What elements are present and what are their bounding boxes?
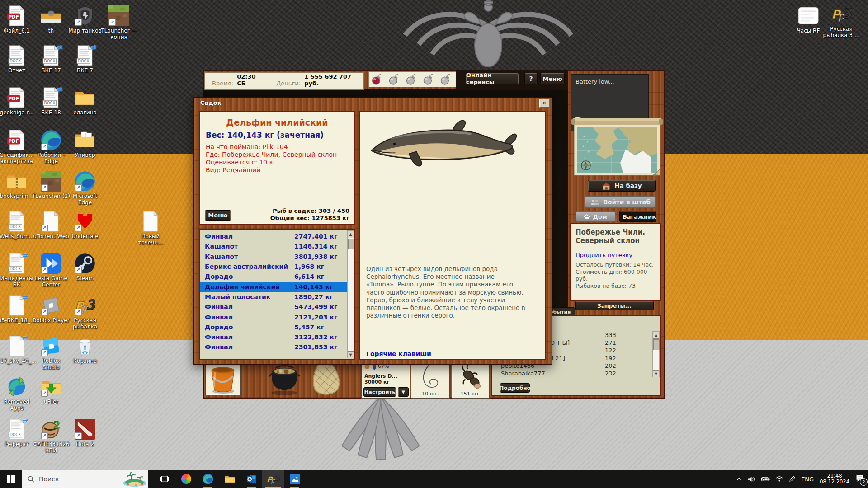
fish-row[interactable]: Берикс австралийский1,968 кг [200,262,348,272]
fish-row[interactable]: Кашалот3801,938 кг [200,252,348,262]
taskbar-russian-fishing[interactable]: P р 3 [262,470,284,488]
fish-row-name: Финвал [205,314,233,321]
search-highlight-image[interactable] [122,471,148,488]
fish-row[interactable]: Дорадо6,614 кг [200,272,348,282]
scroll-up-icon[interactable]: ▲ [348,231,354,238]
start-button[interactable] [0,470,22,488]
desktop-icon[interactable]: ↗Dota 2 [65,419,105,447]
task-view-button[interactable] [154,470,175,488]
desktop-icon[interactable]: ↗Microsoft Edge [65,171,105,206]
file-explorer-icon [224,474,235,483]
desktop-icon[interactable]: Корзина [65,336,105,364]
dialog-menu-button[interactable]: Меню [205,210,231,221]
desktop-icon[interactable]: ↗TLauncher — копия [99,5,139,40]
flag-icon [41,5,61,26]
desktop-icon[interactable]: DOCX⇄БКЕ 7 [65,45,105,74]
svg-text:PDF: PDF [8,138,19,144]
inventory-slot-lure[interactable]: 151 шт. [452,361,490,399]
fish-row-weight: 3122,832 кг [294,333,337,341]
speaker-icon [748,476,755,482]
language-indicator[interactable]: ENG [801,476,814,483]
fish-row[interactable]: Финвал2747,401 кг [200,231,348,241]
location-map[interactable] [571,117,663,177]
hotkeys-link[interactable]: Горячие клавиши [366,350,431,357]
to-base-button[interactable]: На базу [588,180,656,192]
clock[interactable]: 21:48 08.12.2024 [820,473,849,485]
taskbar-photos[interactable] [284,470,306,488]
scroll-thumb[interactable] [348,239,354,249]
fish-row-name: Дельфин чилийский [205,283,280,291]
desktop-icon[interactable]: Новый точечн... [130,211,171,246]
tab-trunk[interactable]: Багажник [619,211,656,222]
rod-info-panel[interactable]: 67% Anglers D... 30000 кг Настроить ▼ [361,361,410,399]
heart-icon: ↗ [75,211,95,232]
rod-dropdown-button[interactable]: ▼ [398,387,409,397]
leader-line-icon [415,363,446,391]
desktop-icon[interactable]: ↗uFiler [31,376,71,405]
fish-row-selected[interactable]: Дельфин чилийский140,143 кг [200,282,348,291]
network-button[interactable] [776,476,783,482]
scroll-down-icon[interactable]: ▼ [348,351,354,358]
taskbar-edge[interactable] [197,470,219,488]
fish-row[interactable]: Дорадо5,457 кг [200,322,348,332]
scroll-up-icon[interactable]: ▲ [653,332,659,339]
fish-row[interactable]: Кашалот1146,314 кг [200,241,348,251]
desktop-icon[interactable]: Pр3↗Русская рыбалка [65,295,105,330]
help-button[interactable]: ? [524,73,538,84]
taskbar-file-explorer[interactable] [219,470,241,488]
details-button[interactable]: Подробно [500,383,530,393]
money-label: Деньги: [276,80,301,87]
docx-icon: DOCX⇄ [41,45,61,66]
battery-button[interactable] [761,477,770,482]
extend-ticket-link[interactable]: Продлить путевку [576,252,632,258]
bans-button[interactable]: Запреты... [575,301,654,310]
scroll-down-icon[interactable]: ▼ [653,370,659,377]
desktop-icon[interactable]: ↗Steam [65,253,105,282]
svg-text:PDF: PDF [8,96,19,101]
pot-icon[interactable] [266,363,303,396]
fish-row-weight: 1146,314 кг [294,243,337,250]
potion-full-icon[interactable] [372,74,383,85]
game-menu-button[interactable]: Меню [540,73,565,84]
desktop-icon[interactable]: ↗Undertale [65,211,105,239]
potion-empty-icon[interactable] [440,74,452,85]
configure-button[interactable]: Настроить [363,387,396,397]
events-scrollbar[interactable]: ▲ ▼ [652,331,660,377]
to-base-label: На базу [614,182,642,189]
taskbar-copilot[interactable] [175,470,197,488]
desktop-icon[interactable]: елагина [65,87,105,116]
shortcut-arrow-icon: ↗ [109,19,116,26]
leader-count: 10 шт. [411,391,449,397]
notifications-button[interactable]: 2 [855,474,864,484]
shortcut-arrow-icon: ↗ [41,184,48,191]
inventory-slot-leader[interactable]: 10 шт. [411,361,450,399]
event-player-name[interactable]: О Т Ы] [550,339,570,346]
enter-hq-button[interactable]: Войти в штаб [585,196,656,208]
volume-button[interactable] [748,476,755,482]
fish-row[interactable]: Малый полосатик1890,27 кг [200,292,348,302]
potion-empty-icon[interactable] [423,74,434,85]
tray-expand-button[interactable] [736,477,742,481]
search-placeholder: Поиск [39,475,59,483]
close-button[interactable]: ✕ [539,99,549,108]
recycle-icon [75,336,95,357]
fish-list-scrollbar[interactable]: ▲ ▼ [347,230,354,358]
potion-empty-icon[interactable] [406,74,417,85]
keepnet-icon[interactable] [303,361,347,398]
rod-name: Anglers D... [364,373,397,379]
fish-row[interactable]: Финвал3122,832 кг [200,332,348,342]
desktop-icon[interactable]: Универ [65,130,105,158]
tab-home[interactable]: Дом [576,211,615,222]
fish-row[interactable]: Финвал5473,499 кг [200,302,348,312]
taskbar-outlook[interactable] [241,470,262,488]
inventory-slot-bucket[interactable] [205,364,241,395]
scroll-thumb[interactable] [653,339,660,350]
potion-empty-icon[interactable] [389,74,400,85]
fish-row[interactable]: Финвал2301,853 кг [200,342,348,352]
desktop-icon[interactable]: Pр3Русская рыбалка 3 ... [822,4,861,38]
event-player-name[interactable]: Sharabaika777 [501,370,545,377]
online-services-button[interactable]: Онлайн сервисы [466,73,519,84]
search-input[interactable]: Поиск [22,470,148,488]
pen-button[interactable] [789,476,795,482]
fish-row[interactable]: Финвал2121,203 кг [200,312,348,322]
